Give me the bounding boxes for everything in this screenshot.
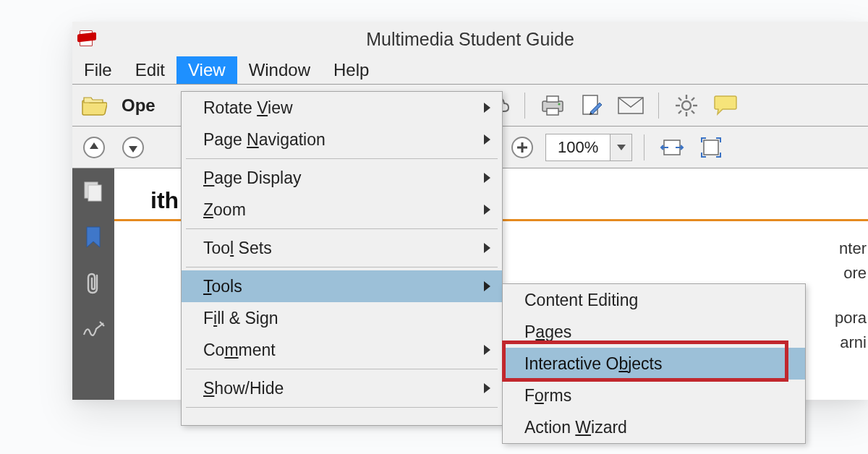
zoom-select[interactable]: 100% (545, 134, 632, 161)
submenu-pages[interactable]: Pages (503, 316, 805, 348)
gear-icon[interactable] (671, 90, 702, 121)
submenu-arrow-icon (484, 383, 490, 393)
menu-edit[interactable]: Edit (124, 56, 176, 84)
menu-separator (186, 228, 498, 229)
submenu-arrow-icon (484, 173, 490, 183)
menu-separator (186, 158, 498, 159)
submenu-arrow-icon (484, 205, 490, 215)
zoom-value: 100% (546, 138, 610, 157)
svg-line-12 (692, 111, 694, 113)
thumbnails-icon[interactable] (81, 179, 106, 203)
attachments-icon[interactable] (81, 271, 106, 296)
svg-rect-1 (547, 96, 558, 102)
page-down-icon[interactable] (117, 132, 149, 163)
submenu-arrow-icon (484, 281, 490, 291)
title-bar: Multimedia Student Guide (72, 22, 868, 56)
toolbar-separator (524, 93, 525, 119)
submenu-content-editing[interactable]: Content Editing (503, 284, 805, 316)
page-up-icon[interactable] (78, 132, 110, 163)
menu-separator (186, 267, 498, 267)
menu-help[interactable]: Help (322, 56, 380, 84)
submenu-arrow-icon (484, 243, 490, 253)
menu-page-display[interactable]: Page Display (182, 162, 502, 194)
edit-page-icon[interactable] (576, 90, 608, 121)
tools-submenu: Content Editing Pages Interactive Object… (502, 283, 806, 444)
submenu-arrow-icon (484, 103, 490, 113)
svg-line-13 (692, 98, 694, 100)
zoom-in-icon[interactable] (506, 132, 538, 163)
svg-rect-2 (547, 108, 558, 115)
menu-bar: File Edit View Window Help (72, 56, 868, 84)
zoom-dropdown-caret[interactable] (610, 134, 631, 160)
bookmarks-icon[interactable] (81, 225, 106, 249)
menu-page-navigation[interactable]: Page Navigation (182, 124, 502, 155)
svg-point-6 (682, 101, 691, 110)
submenu-arrow-icon (484, 134, 490, 145)
submenu-action-wizard[interactable]: Action Wizard (503, 411, 805, 443)
fit-page-icon[interactable] (695, 132, 727, 163)
submenu-forms[interactable]: Forms (503, 380, 805, 411)
menu-file[interactable]: File (72, 56, 124, 84)
menu-rotate-view[interactable]: Rotate View (182, 92, 502, 124)
window-title: Multimedia Student Guide (72, 29, 868, 50)
submenu-arrow-icon (484, 345, 490, 355)
email-icon[interactable] (615, 90, 647, 121)
open-label[interactable]: Ope (122, 95, 156, 116)
menu-comment[interactable]: Comment (182, 334, 502, 366)
menu-window[interactable]: Window (237, 56, 322, 84)
open-folder-icon[interactable] (78, 90, 110, 121)
signatures-icon[interactable] (81, 317, 106, 342)
menu-separator (186, 407, 498, 408)
menu-tools[interactable]: Tools (182, 270, 502, 302)
svg-rect-21 (704, 140, 718, 155)
view-dropdown-menu: Rotate View Page Navigation Page Display… (181, 91, 503, 426)
submenu-interactive-objects[interactable]: Interactive Objects (503, 348, 805, 380)
toolbar-separator (644, 134, 644, 160)
svg-point-3 (558, 103, 560, 105)
menu-view[interactable]: View (176, 56, 237, 84)
menu-tool-sets[interactable]: Tool Sets (182, 232, 502, 264)
svg-line-14 (678, 111, 681, 113)
fit-width-icon[interactable] (656, 132, 688, 163)
toolbar-separator (658, 93, 659, 119)
menu-truncated (182, 411, 502, 425)
menu-zoom[interactable]: Zoom (182, 194, 502, 226)
menu-fill-sign[interactable]: Fill & Sign (182, 302, 502, 334)
svg-rect-23 (88, 185, 101, 201)
comment-bubble-icon[interactable] (710, 90, 741, 121)
navigation-rail (72, 168, 114, 400)
print-icon[interactable] (537, 90, 569, 121)
menu-separator (186, 369, 498, 369)
pdf-app-icon (77, 29, 97, 49)
menu-show-hide[interactable]: Show/Hide (182, 372, 502, 404)
svg-line-11 (678, 98, 681, 100)
